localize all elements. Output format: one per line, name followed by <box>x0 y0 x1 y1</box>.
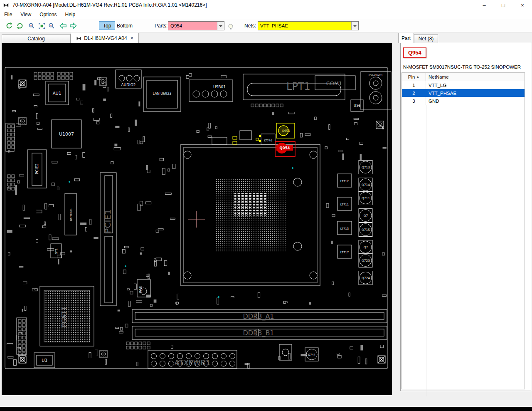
menu-file[interactable]: File <box>0 10 16 19</box>
menu-options[interactable]: Options <box>35 10 61 19</box>
refresh-icon[interactable] <box>4 21 14 31</box>
part-info-panel: Q954 N-MOSFET SM3017NSUC-TRG TO-252 SINO… <box>400 43 531 391</box>
column-header-netname[interactable]: NetName <box>426 73 525 81</box>
table-row[interactable]: 1 VTT_LG <box>402 81 525 89</box>
tab-close-icon[interactable]: × <box>131 35 133 41</box>
net-cell: VTT_LG <box>426 83 525 88</box>
component-label-pcie1: PCIE1 <box>103 209 113 233</box>
atx-power-connector[interactable]: ATXPWR1 <box>148 350 237 369</box>
q744-choke[interactable]: Q744 <box>305 348 318 361</box>
component-label-com1: COM1 <box>326 80 342 87</box>
board-view[interactable]: .o{fill:none;stroke:#dadada;stroke-width… <box>2 43 392 395</box>
component-label-u3: U3 <box>42 358 47 363</box>
au1-chip[interactable]: AU1 <box>46 81 69 105</box>
maximize-button[interactable]: □ <box>494 0 513 10</box>
parts-dropdown-arrow-icon[interactable] <box>217 22 224 30</box>
menu-bar: File View Options Help <box>0 10 532 19</box>
table-row-selected[interactable]: 2 VTT_PHSAE <box>402 89 525 97</box>
component-label-lt713: LT713 <box>340 227 349 230</box>
parts-combobox[interactable]: Q954 <box>168 21 224 30</box>
component-label-ddr3-b1: DDR3_B1 <box>243 329 274 337</box>
ddr3-b1-slot[interactable]: DDR3_B1 <box>132 326 387 339</box>
u1007-chip[interactable]: U1007 <box>52 120 81 148</box>
highlight-q954[interactable]: Q954 <box>275 141 295 156</box>
tab-catalog[interactable]: Catalog <box>2 34 71 43</box>
lpt1-connector[interactable]: LPT1 <box>243 74 345 100</box>
minimize-button[interactable]: – <box>475 0 494 10</box>
component-label-lt711: LT711 <box>340 203 349 206</box>
audio2-connector[interactable]: AUDIO2 <box>116 70 141 88</box>
panel-tab-part-label: Part <box>401 35 411 41</box>
net-cell: VTT_PHSAE <box>426 91 525 96</box>
nets-dropdown-arrow-icon[interactable] <box>351 22 358 30</box>
component-label-atxpwr1: ATXPWR1 <box>175 358 211 367</box>
tab-catalog-label: Catalog <box>27 36 44 42</box>
menu-help[interactable]: Help <box>61 10 80 19</box>
pcie2-slot[interactable]: PCIE2 <box>27 150 47 188</box>
component-label-q715: Q715 <box>362 228 370 232</box>
vrm-chokes[interactable]: Q713Q714Q711Q7Q715Q7Q723Q724 <box>359 161 372 285</box>
component-label-q744: Q744 <box>308 353 315 357</box>
misc-box <box>240 131 251 140</box>
rotate-icon[interactable] <box>15 21 25 31</box>
table-row[interactable]: 3 GND <box>402 97 525 105</box>
close-button[interactable]: × <box>513 0 532 10</box>
misc-box <box>212 137 227 145</box>
pg611-chip[interactable]: PG611 <box>40 286 94 346</box>
component-label-lan: LAN U6923 <box>153 92 172 96</box>
component-label-gy1: GY1 <box>55 248 58 254</box>
forward-arrow-icon[interactable] <box>68 21 78 31</box>
zoom-out-icon[interactable] <box>47 21 57 31</box>
component-label-pg611: PG611 <box>61 307 68 327</box>
ddr3-a1-slot[interactable]: DDR3_A1 <box>132 309 387 323</box>
bottom-bar <box>0 407 532 411</box>
component-label-pq6: PQ6 <box>139 286 143 293</box>
app-icon <box>3 2 9 8</box>
component-label-q724: Q724 <box>362 276 370 280</box>
part-description: N-MOSFET SM3017NSUC-TRG TO-252 SINOPOWER <box>403 64 530 69</box>
tab-board-view[interactable]: DL-H61M-VG4 A04 × <box>71 33 139 43</box>
component-label-q713: Q713 <box>362 166 370 169</box>
battery1[interactable]: BATTERY1 <box>65 193 76 235</box>
zoom-in-icon[interactable] <box>27 21 37 31</box>
cpu-socket[interactable] <box>181 144 320 286</box>
net-highlight-pads <box>233 136 259 144</box>
pcie1-slot[interactable]: PCIE1 <box>100 173 116 306</box>
component-label-u11: U11 <box>354 104 360 108</box>
component-label-ps2: PS2-KBMS1 <box>369 74 383 77</box>
nets-combobox[interactable]: VTT_PHSAE <box>258 21 359 30</box>
highlight-lt740[interactable]: LT740 <box>259 134 275 145</box>
u3-chip[interactable]: U3 <box>34 353 55 368</box>
panel-tab-net[interactable]: Net (8) <box>414 34 438 43</box>
highlight-q951[interactable]: Q951 <box>276 123 295 138</box>
tab-row: Catalog DL-H61M-VG4 A04 × Part Net (8) <box>0 32 532 43</box>
misc-bottom-component <box>279 344 292 360</box>
component-label-q711: Q711 <box>362 196 370 200</box>
component-label-q7a: Q7 <box>364 214 368 218</box>
zoom-fit-icon[interactable] <box>37 21 47 31</box>
pin-cell: 1 <box>402 81 426 89</box>
parts-combobox-value: Q954 <box>168 22 217 30</box>
vrm-drivers[interactable]: LT712LT711LT713LT717 <box>337 174 352 258</box>
bulb-icon[interactable] <box>226 22 236 32</box>
nets-combobox-value: VTT_PHSAE <box>258 22 351 30</box>
pin-net-table: Pin ▲ NetName 1 VTT_LG 2 VTT_PHSAE 3 GND <box>401 72 525 389</box>
gy1[interactable]: GY1 <box>51 244 62 258</box>
component-label-usb01: USB01 <box>213 85 226 89</box>
component-label-q7b: Q7 <box>364 245 368 249</box>
view-bottom-toggle[interactable]: Bottom <box>113 21 136 30</box>
component-label-lt712: LT712 <box>340 180 349 183</box>
back-arrow-icon[interactable] <box>58 21 68 31</box>
column-header-pin[interactable]: Pin ▲ <box>402 73 426 81</box>
menu-view[interactable]: View <box>16 10 35 19</box>
table-empty-area <box>402 105 525 396</box>
com1-connector[interactable]: COM1 <box>315 76 355 90</box>
sort-asc-icon: ▲ <box>416 75 419 79</box>
nets-label: Nets: <box>244 23 256 29</box>
parts-label: Parts: <box>155 23 167 29</box>
selected-part-badge: Q954 <box>403 47 426 58</box>
lan-connector[interactable]: LAN U6923 <box>143 77 181 111</box>
panel-tab-part[interactable]: Part <box>398 33 414 43</box>
component-label-pcie2: PCIE2 <box>35 163 39 174</box>
component-label-battery1: BATTERY1 <box>69 208 72 221</box>
